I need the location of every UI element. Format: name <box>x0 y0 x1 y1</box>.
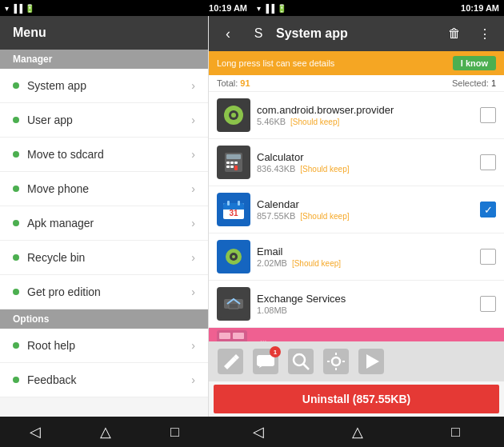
app-item-browser-provider[interactable]: com.android.browser.provider 5.46KB [Sho… <box>209 92 504 139</box>
svg-rect-35 <box>323 349 349 374</box>
dot-root-help <box>13 342 19 349</box>
keep-badge-browser: [Should keep] <box>290 118 339 126</box>
nav-back-left[interactable]: ◁ <box>14 419 57 445</box>
delete-icon-btn[interactable]: 🗑 <box>442 21 467 46</box>
label-feedback: Feedback <box>27 373 76 386</box>
section-options: Options <box>0 309 208 329</box>
chevron-move-phone: › <box>191 182 195 195</box>
prev-button[interactable]: S <box>246 21 271 46</box>
svg-rect-18 <box>227 201 230 206</box>
checkbox-email[interactable] <box>480 249 496 265</box>
app-icon-exchange <box>217 287 250 321</box>
label-get-pro: Get pro edition <box>27 285 101 298</box>
menu-item-move-sdcard[interactable]: Move to sdcard › <box>0 138 208 172</box>
tool-edit-btn[interactable] <box>214 345 247 378</box>
wifi-icon-left: ▾ <box>5 4 9 13</box>
right-panel-header: ‹ S System app 🗑 ⋮ <box>209 16 504 51</box>
nav-recent-right[interactable]: □ <box>435 420 476 445</box>
app-item-calendar[interactable]: 31 Calendar 857.55KB [Should keep] ✓ <box>209 186 504 233</box>
app-item-email[interactable]: Email 2.02MB [Should keep] <box>209 233 504 281</box>
app-item-partial: ... <box>209 328 504 341</box>
app-size-browser: 5.46KB <box>257 117 286 126</box>
chevron-system-app: › <box>191 79 195 92</box>
tool-play-btn[interactable] <box>354 345 388 378</box>
nav-home-right[interactable]: △ <box>336 419 379 445</box>
back-button[interactable]: ‹ <box>215 21 241 46</box>
nav-recent-left[interactable]: □ <box>154 420 195 445</box>
app-info-exchange: Exchange Services 1.08MB <box>257 293 474 315</box>
app-icon-browser <box>217 98 250 132</box>
menu-item-move-phone[interactable]: Move phone › <box>0 172 208 206</box>
email-icon <box>217 240 250 273</box>
dot-feedback <box>13 377 19 383</box>
svg-rect-8 <box>230 162 234 164</box>
menu-item-apk-manager[interactable]: Apk manager › <box>0 206 208 241</box>
app-info-calculator: Calculator 836.43KB [Should keep] <box>257 151 474 174</box>
tool-search-btn[interactable] <box>284 345 318 378</box>
right-panel: ‹ S System app 🗑 ⋮ Long press list can s… <box>209 16 504 417</box>
left-panel-title: Menu <box>0 16 208 50</box>
label-move-sdcard: Move to sdcard <box>27 148 104 161</box>
bottom-nav-left: ◁ △ □ <box>0 417 209 447</box>
total-label: Total: 91 <box>217 78 250 88</box>
chevron-root-help: › <box>191 339 195 352</box>
dot-system-app <box>13 82 19 89</box>
battery-icon-right: 🔋 <box>277 4 286 13</box>
total-bar: Total: 91 Selected: 1 <box>209 75 504 92</box>
main-area: Menu Manager System app › User app › Mov… <box>0 16 504 417</box>
checkbox-browser[interactable] <box>480 107 496 123</box>
app-meta-exchange: 1.08MB <box>257 305 474 315</box>
menu-item-feedback[interactable]: Feedback › <box>0 363 208 397</box>
dot-get-pro <box>13 289 19 295</box>
app-name-browser: com.android.browser.provider <box>257 104 474 116</box>
label-user-app: User app <box>27 114 73 126</box>
app-item-calculator[interactable]: Calculator 836.43KB [Should keep] <box>209 139 504 186</box>
svg-rect-12 <box>234 166 238 170</box>
svg-rect-19 <box>238 201 240 206</box>
total-count: 91 <box>240 78 250 88</box>
iknow-button[interactable]: I know <box>453 56 496 70</box>
app-size-exchange: 1.08MB <box>257 305 287 315</box>
browser-icon <box>217 98 250 132</box>
chevron-move-sdcard: › <box>191 148 195 161</box>
app-name-email: Email <box>257 245 474 257</box>
bottom-nav-right: ◁ △ □ <box>209 417 504 447</box>
svg-rect-27 <box>219 333 230 339</box>
checkbox-calculator[interactable] <box>480 154 496 170</box>
message-badge: 1 <box>270 346 281 357</box>
tool-settings-btn[interactable] <box>319 345 353 378</box>
menu-item-root-help[interactable]: Root help › <box>0 329 208 363</box>
label-move-phone: Move phone <box>27 182 89 195</box>
status-bar-right: ▾ ▐▐ 🔋 10:19 AM <box>252 0 504 16</box>
right-panel-title: System app <box>276 26 437 41</box>
app-name-exchange: Exchange Services <box>257 293 474 305</box>
status-icons-left: ▾ ▐▐ 🔋 <box>5 4 34 13</box>
checkbox-exchange[interactable] <box>480 296 496 312</box>
svg-rect-28 <box>233 333 244 339</box>
bottom-toolbar: 1 <box>209 341 504 381</box>
nav-home-left[interactable]: △ <box>84 419 127 445</box>
app-icon-calculator <box>217 146 250 179</box>
app-meta-calendar: 857.55KB [Should keep] <box>257 211 474 221</box>
menu-item-get-pro[interactable]: Get pro edition › <box>0 275 208 309</box>
svg-rect-7 <box>226 162 230 164</box>
tool-message-btn[interactable]: 1 <box>249 345 282 378</box>
checkbox-calendar[interactable]: ✓ <box>480 202 496 218</box>
dot-recycle-bin <box>13 254 19 261</box>
more-options-btn[interactable]: ⋮ <box>472 21 498 46</box>
keep-badge-calculator: [Should keep] <box>300 165 349 174</box>
label-apk-manager: Apk manager <box>27 217 94 229</box>
section-manager: Manager <box>0 50 208 69</box>
menu-item-recycle-bin[interactable]: Recycle bin › <box>0 241 208 275</box>
chevron-get-pro: › <box>191 285 195 298</box>
app-name-calculator: Calculator <box>257 151 474 163</box>
menu-item-system-app[interactable]: System app › <box>0 69 208 103</box>
label-recycle-bin: Recycle bin <box>27 251 85 264</box>
info-bar: Long press list can see details I know <box>209 51 504 75</box>
app-item-exchange[interactable]: Exchange Services 1.08MB <box>209 281 504 328</box>
app-name-calendar: Calendar <box>257 198 474 210</box>
dot-move-phone <box>13 186 19 192</box>
uninstall-button[interactable]: Uninstall (857.55KB) <box>214 385 499 413</box>
nav-back-right[interactable]: ◁ <box>237 419 280 445</box>
menu-item-user-app[interactable]: User app › <box>0 103 208 138</box>
